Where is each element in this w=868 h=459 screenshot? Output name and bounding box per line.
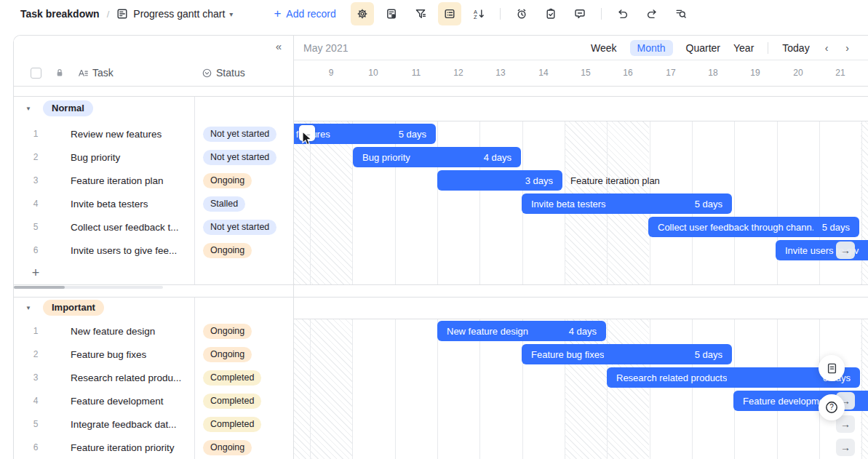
collapse-group-icon[interactable]: ▼ [25,105,36,112]
help-fab[interactable]: ? [819,394,845,420]
row-number: 1 [14,326,57,336]
select-all-checkbox[interactable] [31,68,41,79]
tab-year[interactable]: Year [733,42,754,54]
scroll-to-bar-end-handle[interactable]: → [836,242,855,259]
review-button[interactable] [539,2,562,25]
gantt-bar[interactable]: Invite beta testers 5 days [522,193,732,214]
gantt-group-body-normal: Review new features 5 days ← Bug priorit… [294,121,868,284]
table-row[interactable]: 2 Bug priority Not yet started [14,145,294,169]
search-button[interactable] [669,2,693,25]
record-form-fab[interactable] [819,355,845,381]
scrollbar-thumb[interactable] [14,286,65,289]
view-name[interactable]: Progress gantt chart [133,8,225,20]
document-icon [826,362,838,375]
chevron-down-icon[interactable]: ▾ [229,10,233,18]
status-pill[interactable]: Ongoing [203,173,252,188]
bar-duration: 4 days [484,152,511,163]
table-row[interactable]: 3 Research related produ... Completed [14,366,294,389]
status-pill[interactable]: Stalled [203,196,245,212]
bar-label: Collect user feedback through chann... [658,222,813,233]
gantt-bar[interactable]: Review new features 5 days [294,124,436,144]
group-header-important[interactable]: ▼ Important [14,297,294,319]
divider [14,96,868,97]
status-pill[interactable]: Not yet started [203,150,276,165]
add-record-label: Add record [286,8,335,20]
gantt-bar[interactable]: Feature bug fixes 5 days [522,344,732,364]
task-cell: Invite beta testers [57,199,194,209]
filter-icon [415,8,426,20]
day-tick: 13 [479,60,522,86]
day-tick: 16 [607,60,649,86]
group-header-normal[interactable]: ▼ Normal [14,96,294,121]
day-tick: 14 [522,60,565,86]
tab-week[interactable]: Week [591,42,617,54]
table-row[interactable]: 2 Feature bug fixes Ongoing [14,343,294,366]
status-pill[interactable]: Not yet started [203,127,276,142]
breadcrumb-base[interactable]: Task breakdown [20,8,100,20]
status-pill[interactable]: Completed [203,417,261,432]
undo-button[interactable] [611,2,634,25]
field-list-button[interactable] [438,2,461,25]
task-cell: Feature development [57,396,194,407]
filter-button[interactable] [409,2,432,25]
prev-period-button[interactable]: ‹ [825,42,829,54]
row-number: 2 [14,152,57,162]
arrow-right-icon: → [840,418,851,430]
task-column-header[interactable]: Task [78,67,114,79]
status-pill[interactable]: Ongoing [203,440,252,455]
table-row[interactable]: 5 Integrate feedback dat... Completed [14,412,294,436]
comment-button[interactable] [568,2,592,25]
day-tick: 15 [565,60,607,86]
status-column-header[interactable]: Status [202,67,245,79]
add-record-button[interactable]: + Add record [274,7,335,21]
status-pill[interactable]: Completed [203,370,261,386]
status-pill[interactable]: Not yet started [203,220,276,235]
form-settings-button[interactable] [380,2,403,25]
tab-quarter[interactable]: Quarter [686,42,720,54]
status-pill[interactable]: Ongoing [203,347,252,362]
redo-button[interactable] [640,2,664,25]
table-row[interactable]: 4 Feature development Completed [14,389,294,412]
alarm-clock-icon [516,8,527,20]
reminder-button[interactable] [510,2,533,25]
collapse-panel-icon[interactable]: « [276,40,282,52]
task-cell: Feature bug fixes [57,349,194,360]
gantt-view-icon [116,8,128,20]
status-pill[interactable]: Completed [203,394,261,409]
row-number: 5 [14,222,57,232]
day-tick: 11 [395,60,437,86]
table-row[interactable]: 5 Collect user feedback t... Not yet sta… [14,215,294,239]
view-switcher: Week Month Quarter Year Today ‹ › [584,36,858,60]
scroll-to-bar-end-handle[interactable]: → [836,439,855,456]
day-tick: 17 [650,60,692,86]
plus-icon: + [274,7,281,21]
scroll-to-bar-start-handle[interactable]: ← [299,125,315,141]
today-button[interactable]: Today [782,42,809,54]
next-period-button[interactable]: › [845,42,849,54]
day-tick: 10 [352,60,394,86]
day-tick: 9 [310,60,352,86]
tab-month[interactable]: Month [630,40,673,56]
gantt-bar[interactable]: Collect user feedback through chann... 5… [648,217,859,237]
gantt-bar[interactable]: New feature design 4 days [437,321,606,341]
gantt-bar[interactable]: 3 days [437,170,562,191]
weekend-hatch [294,121,352,284]
settings-button[interactable] [351,2,374,25]
row-number: 2 [14,349,57,359]
sort-icon: AZ [473,8,485,20]
status-pill[interactable]: Ongoing [203,243,252,258]
status-pill[interactable]: Ongoing [203,324,252,339]
table-row[interactable]: 6 Feature iteration priority Ongoing [14,436,294,459]
task-cell: Review new features [57,129,194,140]
table-row[interactable]: 6 Invite users to give fee... Ongoing [14,239,294,262]
table-row[interactable]: 1 Review new features Not yet started [14,122,294,145]
gantt-bar[interactable]: Bug priority 4 days [353,147,521,167]
redo-icon [646,8,658,20]
table-row[interactable]: 3 Feature iteration plan Ongoing [14,169,294,192]
table-row[interactable]: 1 New feature design Ongoing [14,319,294,343]
add-row-button[interactable]: + [14,262,294,284]
group-pill: Important [43,300,104,316]
table-row[interactable]: 4 Invite beta testers Stalled [14,192,294,215]
sort-button[interactable]: AZ [467,2,490,25]
collapse-group-icon[interactable]: ▼ [25,305,36,311]
